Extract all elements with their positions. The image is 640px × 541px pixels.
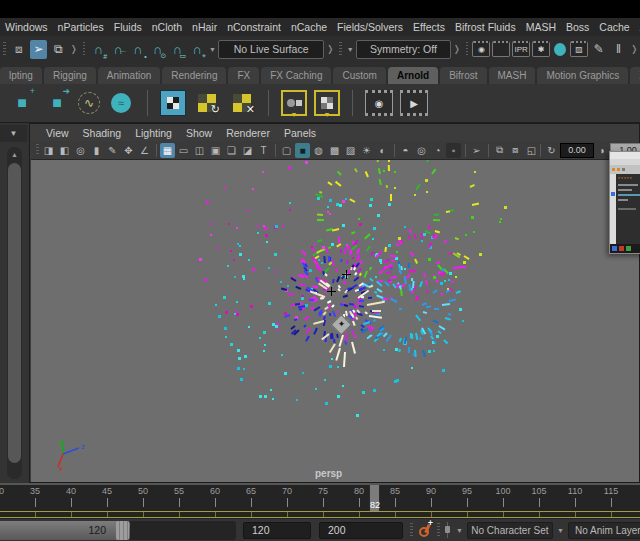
film-gate-icon[interactable]: ▭ xyxy=(176,143,191,158)
statusline-grip-4[interactable] xyxy=(466,42,469,57)
anim-layer-dropdown-icon[interactable]: ▼ xyxy=(557,527,564,534)
image-plane-icon[interactable]: ◪ xyxy=(240,143,255,158)
menu-ncache[interactable]: nCache xyxy=(286,21,332,33)
shadows-icon[interactable]: ◐ xyxy=(375,143,390,158)
camera-orbit-icon[interactable]: ◎ xyxy=(73,143,88,158)
skydome-toggle-icon[interactable]: ◓ xyxy=(398,143,413,158)
wireframe-mode-icon[interactable]: ▢ xyxy=(279,143,294,158)
export-standin-button[interactable]: ■➜ xyxy=(43,89,71,117)
shelf-tab-rigging[interactable]: Rigging xyxy=(44,67,96,84)
snap-to-point-button[interactable]: ∩• xyxy=(129,40,147,59)
pencil-icon[interactable]: ✎ xyxy=(105,143,120,158)
ipr-render-button[interactable]: IPR xyxy=(512,41,530,57)
range-slider[interactable]: 120 xyxy=(0,521,236,540)
create-volume-button[interactable]: ≈ xyxy=(107,89,135,117)
scrollbar-up-icon[interactable]: ▲ xyxy=(7,147,22,161)
menu-cache[interactable]: Cache xyxy=(594,21,634,33)
viewport[interactable]: y z x persp ✦ xyxy=(31,159,639,482)
exposure-field[interactable]: 0.00 xyxy=(560,143,594,158)
menu-ncloth[interactable]: nCloth xyxy=(147,21,187,33)
menu-arnold[interactable]: Arnold xyxy=(635,21,640,33)
menu-nparticles[interactable]: nParticles xyxy=(53,21,109,33)
symmetry-field[interactable]: Symmetry: Off xyxy=(356,40,451,59)
shaded-mode-icon[interactable]: ■ xyxy=(295,143,310,158)
menu-effects[interactable]: Effects xyxy=(408,21,450,33)
render-frame-button[interactable]: ◉ xyxy=(365,90,393,116)
shelf-tab-rendering[interactable]: Rendering xyxy=(162,67,226,84)
menu-bifrost-fluids[interactable]: Bifrost Fluids xyxy=(450,21,521,33)
make-live-button[interactable]: ∩⌖ xyxy=(188,40,206,59)
snap-to-grid-button[interactable]: ∩# xyxy=(89,40,107,59)
shelf-tab-motion-graphics[interactable]: Motion Graphics xyxy=(537,67,628,84)
textured-mode-icon[interactable]: ◍ xyxy=(311,143,326,158)
delete-tx-button[interactable]: ✕ xyxy=(228,89,256,117)
viewport-select-icon[interactable]: ➢ xyxy=(469,143,484,158)
menu-nconstraint[interactable]: nConstraint xyxy=(222,21,286,33)
collapse-selection-group[interactable]: ❭ xyxy=(70,44,78,54)
menu-fields-solvers[interactable]: Fields/Solvers xyxy=(332,21,408,33)
arnold-renderview-button[interactable] xyxy=(160,90,186,116)
curve-collector-button[interactable]: ∿ xyxy=(78,92,100,114)
hud-text-icon[interactable]: T xyxy=(256,143,271,158)
panel-menu-shading[interactable]: Shading xyxy=(76,127,129,139)
camera-icon[interactable]: ◨ xyxy=(41,143,56,158)
shelf-tab-mash[interactable]: MASH xyxy=(489,67,536,84)
gate-mask-icon[interactable]: ▣ xyxy=(208,143,223,158)
render-settings-button[interactable]: ✱ xyxy=(532,41,550,57)
menu-windows[interactable]: Windows xyxy=(0,21,53,33)
panel-toolbar-grip[interactable] xyxy=(36,144,39,156)
measure-icon[interactable]: ∠ xyxy=(137,143,152,158)
shelf-tab-arnold[interactable]: Arnold xyxy=(388,67,438,84)
grid-toggle-icon[interactable]: ▦ xyxy=(160,143,175,158)
pivot-icon[interactable]: ✥ xyxy=(121,143,136,158)
statusline-grip-3[interactable] xyxy=(339,42,342,57)
shelf-tab-lpting[interactable]: lpting xyxy=(0,67,42,84)
shelf-tab-xgen[interactable]: XGen xyxy=(630,67,640,84)
menu-nhair[interactable]: nHair xyxy=(187,21,222,33)
menu-boss[interactable]: Boss xyxy=(561,21,594,33)
update-tx-button[interactable]: ↻ xyxy=(193,89,221,117)
menu-fluids[interactable]: Fluids xyxy=(109,21,147,33)
select-component-button[interactable]: ⧉ xyxy=(49,40,67,59)
select-hierarchy-button[interactable]: ⧈ xyxy=(10,40,28,59)
isolate-add-icon[interactable]: ⧇ xyxy=(508,143,523,158)
panel-menu-lighting[interactable]: Lighting xyxy=(128,127,179,139)
snap-to-projected-center-button[interactable]: ∩⊙ xyxy=(149,40,167,59)
flat-toggle-icon[interactable]: ▪ xyxy=(446,143,461,158)
statusline-grip-1[interactable] xyxy=(3,42,6,57)
collapse-render-group[interactable]: ❭ xyxy=(630,44,638,54)
wireframe-on-shaded-icon[interactable]: ▨ xyxy=(343,143,358,158)
create-area-light-button[interactable]: ▼ xyxy=(281,90,307,116)
zoom-window-icon[interactable]: ◱ xyxy=(524,143,539,158)
range-slider-fill[interactable]: 120 xyxy=(0,521,130,540)
render-texture-button[interactable]: ▨ xyxy=(570,41,588,57)
camera-lock-icon[interactable]: ◧ xyxy=(57,143,72,158)
live-surface-field[interactable]: No Live Surface xyxy=(218,40,325,59)
animation-end-field[interactable]: 200 xyxy=(319,522,403,539)
ambient-occlusion-icon[interactable]: ◎ xyxy=(414,143,429,158)
isolate-select-icon[interactable]: ⧉ xyxy=(492,143,507,158)
bookmark-icon[interactable]: ▮ xyxy=(89,143,104,158)
current-frame-marker[interactable]: 82 xyxy=(369,485,380,511)
collapse-symmetry-group[interactable]: ❭ xyxy=(453,44,461,54)
window-thumbnail-preview[interactable]: ***** xyxy=(609,151,640,254)
menu-mash[interactable]: MASH xyxy=(521,21,561,33)
render-sequence-button[interactable]: ▶ xyxy=(400,90,428,116)
collapse-live-surface-group[interactable]: ❭ xyxy=(326,44,334,54)
paint-effects-button[interactable]: ✎ xyxy=(590,40,608,59)
shelf-tab-custom[interactable]: Custom xyxy=(333,67,385,84)
open-render-view-button[interactable]: ◉ xyxy=(472,41,490,57)
shelf-tab-fx[interactable]: FX xyxy=(228,67,259,84)
hypershade-button[interactable] xyxy=(554,43,566,56)
textured-cube-icon[interactable]: ▩ xyxy=(327,143,342,158)
playback-end-field[interactable]: 120 xyxy=(243,522,311,539)
range-slider-handle[interactable] xyxy=(116,521,129,540)
safe-region-icon[interactable]: ❏ xyxy=(224,143,239,158)
character-set-dropdown-icon[interactable]: ▼ xyxy=(456,527,463,534)
time-slider[interactable]: 82 3035404550556065707580859095100105110… xyxy=(0,483,640,511)
shelf-tab-bifrost[interactable]: Bifrost xyxy=(440,67,486,84)
render-current-frame-button[interactable] xyxy=(492,41,510,57)
motion-blur-icon[interactable]: ◔ xyxy=(430,143,445,158)
statusline-grip-2[interactable] xyxy=(83,42,86,57)
playback-speed-slider[interactable] xyxy=(445,522,450,538)
